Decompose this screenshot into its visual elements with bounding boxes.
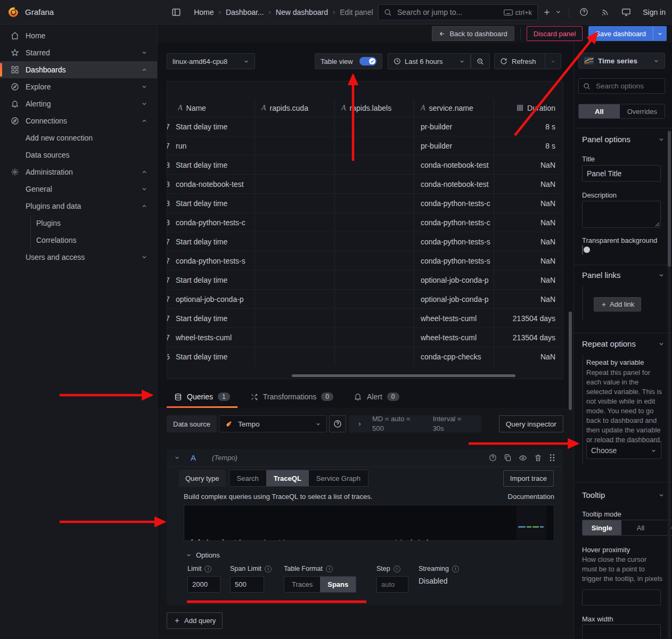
save-dashboard-button[interactable]: Save dashboard [588, 26, 653, 41]
sidebar-item-administration[interactable]: Administration [0, 163, 157, 181]
disable-query-eye-icon[interactable] [519, 454, 527, 462]
table-row[interactable]: 7Start delay timepr-builder8 s [167, 117, 563, 136]
table-row[interactable]: 7Start delay timewheel-tests-cuml213504 … [167, 308, 563, 327]
sidebar-item-connections[interactable]: Connections [0, 112, 157, 129]
sidebar-item-alerting[interactable]: Alerting [0, 95, 157, 112]
tab-queries[interactable]: Queries1 [167, 386, 237, 408]
description-textarea[interactable] [582, 201, 661, 228]
add-menu-button[interactable] [541, 4, 553, 20]
sidebar-item-explore[interactable]: Explore [0, 78, 157, 95]
table-row[interactable]: 7runpr-builder8 s [167, 136, 563, 155]
breadcrumb-item[interactable]: Home [194, 8, 214, 17]
traceql-code-editor[interactable]: { } | select(span:duration, span:name, r… [184, 505, 554, 541]
table-row[interactable]: 8conda-notebook-testconda-notebook-testN… [167, 174, 563, 193]
tooltip-header[interactable]: Tooltip [582, 490, 665, 499]
add-query-button[interactable]: Add query [167, 612, 223, 629]
table-row[interactable]: 7Start delay timeconda-python-tests-sNaN [167, 232, 563, 251]
step-input[interactable] [376, 576, 408, 593]
query-type-service-graph[interactable]: Service Graph [309, 470, 368, 486]
column-header-rapids-cuda[interactable]: Arapids.cuda [255, 99, 335, 117]
options-collapse-header[interactable]: Options [186, 551, 220, 559]
resize-handle-icon[interactable] [655, 222, 660, 227]
back-to-dashboard-button[interactable]: Back to dashboard [432, 26, 514, 41]
scope-all[interactable]: All [579, 104, 620, 118]
table-row[interactable]: 7Start delay timeoptional-job-conda-pNaN [167, 270, 563, 289]
save-dashboard-caret[interactable] [653, 26, 667, 41]
grafana-logo[interactable] [7, 6, 20, 19]
table-row[interactable]: 5Start delay timeconda-cpp-checksNaN [167, 347, 563, 366]
table-row[interactable]: 7conda-python-tests-sconda-python-tests-… [167, 251, 563, 270]
column-header-rapids-labels[interactable]: Arapids.labels [335, 99, 414, 117]
query-row-header[interactable]: A (Tempo) [167, 449, 563, 467]
scope-overrides[interactable]: Overrides [620, 104, 665, 118]
sidebar-item-plugins-and-data[interactable]: Plugins and data [0, 198, 157, 215]
delete-query-trash-icon[interactable] [534, 454, 542, 462]
options-scrollbar-thumb[interactable] [668, 131, 671, 267]
max-width-input[interactable] [582, 624, 661, 639]
table-row[interactable]: 7wheel-tests-cumlwheel-tests-cuml213504 … [167, 327, 563, 347]
hover-proximity-input[interactable] [582, 589, 661, 605]
visualization-picker[interactable]: Time series [578, 53, 665, 69]
tooltip-mode-all[interactable]: All [621, 520, 660, 535]
query-help-icon[interactable] [489, 454, 497, 462]
news-icon[interactable] [597, 4, 613, 20]
query-type-search[interactable]: Search [230, 470, 266, 486]
sidebar-item-dashboards[interactable]: Dashboards [0, 61, 157, 78]
column-header-name[interactable]: AName [167, 99, 255, 117]
sign-in-link[interactable]: Sign in [643, 8, 666, 17]
breadcrumb-item[interactable]: New dashboard [276, 8, 328, 17]
search-options-box[interactable] [578, 78, 665, 94]
panel-options-header[interactable]: Panel options [582, 135, 665, 144]
query-inspector-button[interactable]: Query inspector [499, 415, 563, 432]
tab-alert[interactable]: Alert0 [346, 386, 406, 408]
time-range-picker[interactable]: Last 6 hours [388, 53, 471, 69]
sidebar-item-users-and-access[interactable]: Users and access [0, 249, 157, 266]
add-menu-caret-icon[interactable] [554, 4, 562, 20]
sidebar-item-plugins[interactable]: Plugins [0, 215, 157, 232]
refresh-button[interactable]: Refresh [494, 53, 545, 69]
table-row[interactable]: 7optional-job-conda-poptional-job-conda-… [167, 289, 563, 308]
import-trace-button[interactable]: Import trace [503, 470, 554, 487]
breadcrumb-item[interactable]: Dashboar... [226, 8, 264, 17]
table-horizontal-scrollbar[interactable] [292, 374, 515, 377]
table-view-toggle[interactable] [359, 57, 376, 65]
drag-handle-icon[interactable] [549, 454, 555, 462]
repeat-variable-select[interactable]: Choose [586, 442, 661, 459]
sidebar-item-home[interactable]: Home [0, 27, 157, 44]
variable-select[interactable]: linux-amd64-cpu8 [167, 53, 255, 69]
zoom-out-button[interactable] [471, 53, 490, 69]
table-format-traces[interactable]: Traces [284, 577, 320, 592]
table-format-spans[interactable]: Spans [320, 577, 356, 592]
repeat-options-header[interactable]: Repeat options [582, 339, 665, 348]
sidebar-item-starred[interactable]: Starred [0, 44, 157, 61]
query-options-collapsed[interactable]: MD = auto = 500 Interval = 30s [349, 415, 481, 432]
tab-transformations[interactable]: Transformations0 [243, 386, 341, 408]
table-row[interactable]: 8Start delay timeconda-notebook-testNaN [167, 155, 563, 174]
sidebar-item-correlations[interactable]: Correlations [0, 232, 157, 249]
column-header-service-name[interactable]: Aservice.name [414, 99, 494, 117]
table-row[interactable]: 8conda-python-tests-cconda-python-tests-… [167, 212, 563, 232]
transparent-bg-toggle[interactable] [582, 245, 583, 255]
span-limit-input[interactable] [230, 576, 264, 593]
search-input[interactable]: ctrl+k [378, 4, 538, 20]
search-options-input[interactable] [595, 81, 653, 91]
table-row[interactable]: 8Start delay timeconda-python-tests-cNaN [167, 193, 563, 212]
help-icon[interactable] [576, 4, 592, 20]
editor-scrollbar[interactable] [569, 312, 572, 410]
sidebar-item-general[interactable]: General [0, 181, 157, 198]
limit-input[interactable] [187, 576, 220, 593]
discard-panel-button[interactable]: Discard panel [527, 26, 583, 41]
query-type-traceql[interactable]: TraceQL [266, 470, 309, 486]
datasource-help-button[interactable] [329, 415, 346, 432]
monitor-icon[interactable] [618, 4, 634, 20]
documentation-link[interactable]: Documentation [508, 493, 554, 501]
tooltip-mode-single[interactable]: Single [583, 520, 621, 535]
panel-title-input[interactable] [582, 165, 661, 182]
panel-links-header[interactable]: Panel links [582, 271, 665, 280]
search-field[interactable] [396, 7, 504, 17]
sidebar-item-add-new-connection[interactable]: Add new connection [0, 129, 157, 146]
datasource-picker[interactable]: Tempo [219, 415, 327, 432]
refresh-interval-caret[interactable] [545, 53, 561, 69]
dock-menu-icon[interactable] [168, 4, 184, 20]
add-link-button[interactable]: Add link [594, 297, 641, 312]
